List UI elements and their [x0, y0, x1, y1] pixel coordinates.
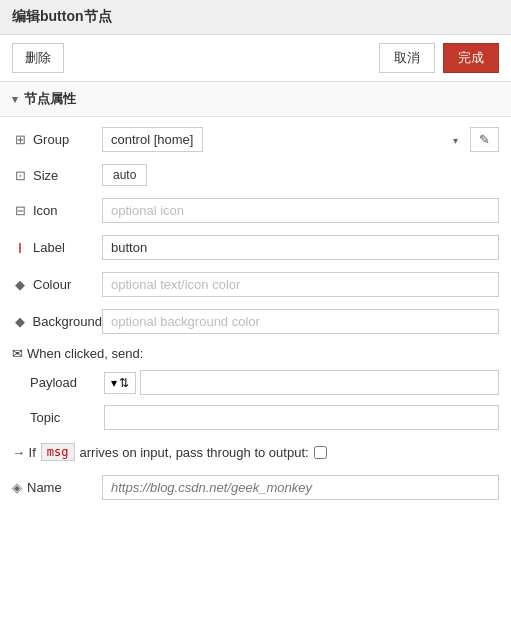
topic-label: Topic	[30, 410, 100, 425]
top-toolbar: 删除 取消 完成	[0, 35, 511, 82]
payload-type-button[interactable]: ▾ ⇅	[104, 372, 136, 394]
icon-row: ⊟ Icon	[0, 192, 511, 229]
payload-arrow-icon: ▾	[111, 376, 117, 390]
group-label: ⊞ Group	[12, 132, 102, 147]
label-label-text: Label	[33, 240, 65, 255]
payload-label: Payload	[30, 375, 100, 390]
label-row: I Label	[0, 229, 511, 266]
label-field-icon: I	[12, 240, 28, 256]
topic-input[interactable]	[104, 405, 499, 430]
background-label-text: Background	[33, 314, 102, 329]
tag-icon: ◈	[12, 480, 22, 495]
colour-control	[102, 272, 499, 297]
background-row: ◆ Background	[0, 303, 511, 340]
payload-input[interactable]	[140, 370, 499, 395]
size-row: ⊡ Size auto	[0, 158, 511, 192]
colour-label-text: Colour	[33, 277, 71, 292]
background-input[interactable]	[102, 309, 499, 334]
delete-button[interactable]: 删除	[12, 43, 64, 73]
colour-input[interactable]	[102, 272, 499, 297]
group-control: control [home] ▾ ✎	[102, 127, 499, 152]
envelope-icon: ✉	[12, 346, 23, 361]
label-input[interactable]	[102, 235, 499, 260]
icon-label-text: Icon	[33, 203, 58, 218]
payload-row: Payload ▾ ⇅	[0, 365, 511, 400]
group-row: ⊞ Group control [home] ▾ ✎	[0, 121, 511, 158]
page-title: 编辑button节点	[0, 0, 511, 35]
name-label: ◈ Name	[12, 480, 102, 495]
group-icon: ⊞	[12, 132, 28, 147]
section-header-label: 节点属性	[24, 90, 76, 108]
icon-label: ⊟ Icon	[12, 203, 102, 218]
group-select-wrap: control [home] ▾ ✎	[102, 127, 499, 152]
size-icon: ⊡	[12, 168, 28, 183]
if-msg-row: → If msg arrives on input, pass through …	[0, 435, 511, 469]
name-label-text: Name	[27, 480, 62, 495]
size-badge[interactable]: auto	[102, 164, 147, 186]
background-control	[102, 309, 499, 334]
when-clicked-label: ✉ When clicked, send:	[0, 340, 511, 365]
arrow-right-icon: → If	[12, 445, 36, 460]
size-label: ⊡ Size	[12, 168, 102, 183]
colour-label: ◆ Colour	[12, 277, 102, 292]
group-label-text: Group	[33, 132, 69, 147]
icon-field-icon: ⊟	[12, 203, 28, 218]
group-select-wrapper: control [home] ▾	[102, 127, 466, 152]
size-label-text: Size	[33, 168, 58, 183]
if-msg-text: arrives on input, pass through to output…	[80, 445, 309, 460]
background-label: ◆ Background	[12, 314, 102, 329]
edit-group-button[interactable]: ✎	[470, 127, 499, 152]
done-button[interactable]: 完成	[443, 43, 499, 73]
name-input[interactable]	[102, 475, 499, 500]
size-control: auto	[102, 164, 499, 186]
background-icon: ◆	[12, 314, 28, 329]
section-header-node-properties[interactable]: ▾ 节点属性	[0, 82, 511, 117]
group-select[interactable]: control [home]	[102, 127, 203, 152]
select-arrow-icon: ▾	[453, 134, 458, 145]
label-label: I Label	[12, 240, 102, 256]
topic-row: Topic	[0, 400, 511, 435]
colour-row: ◆ Colour	[0, 266, 511, 303]
name-row: ◈ Name	[0, 469, 511, 506]
when-clicked-text: When clicked, send:	[27, 346, 143, 361]
payload-sort-icon: ⇅	[119, 376, 129, 390]
chevron-icon: ▾	[12, 93, 18, 106]
pass-through-checkbox[interactable]	[314, 446, 327, 459]
msg-badge: msg	[41, 443, 75, 461]
colour-icon: ◆	[12, 277, 28, 292]
properties-body: ⊞ Group control [home] ▾ ✎ ⊡ Size auto	[0, 117, 511, 510]
icon-input[interactable]	[102, 198, 499, 223]
icon-control	[102, 198, 499, 223]
label-control	[102, 235, 499, 260]
cancel-button[interactable]: 取消	[379, 43, 435, 73]
